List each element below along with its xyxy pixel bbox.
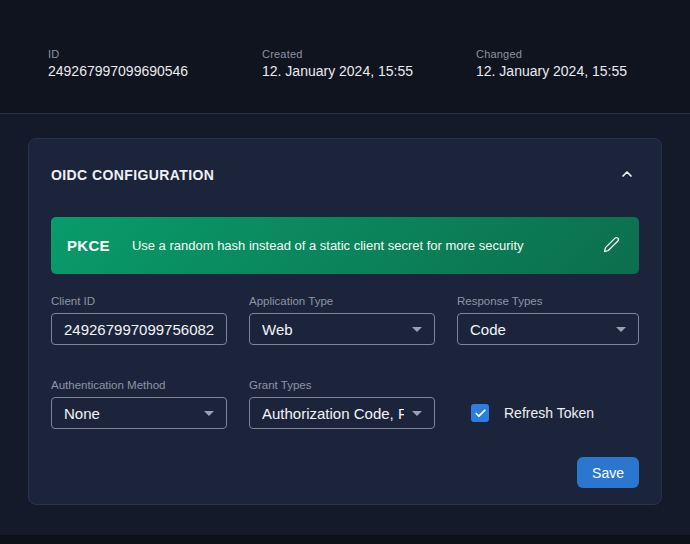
edit-auth-method-button[interactable] [597, 232, 625, 260]
meta-changed: Changed 12. January 2024, 15:55 [476, 48, 690, 79]
application-type-select[interactable]: Web [249, 313, 435, 345]
dropdown-arrow-icon [412, 411, 422, 416]
authentication-method-field-group: Authentication Method None [51, 379, 227, 429]
authentication-method-label: Authentication Method [51, 379, 227, 391]
app-meta-header: ID 249267997099690546 Created 12. Januar… [0, 0, 690, 114]
authentication-method-select[interactable]: None [51, 397, 227, 429]
card-title: OIDC CONFIGURATION [51, 167, 214, 183]
card-header: OIDC CONFIGURATION [51, 163, 639, 187]
dropdown-arrow-icon [616, 327, 626, 332]
refresh-token-field-group: Refresh Token [457, 379, 639, 429]
application-type-field-group: Application Type Web [249, 295, 435, 345]
grant-types-label: Grant Types [249, 379, 435, 391]
app-detail-page: ID 249267997099690546 Created 12. Januar… [0, 0, 690, 544]
response-types-select[interactable]: Code [457, 313, 639, 345]
client-id-label: Client ID [51, 295, 227, 307]
grant-types-value: Authorization Code, Re… [262, 405, 404, 422]
response-types-value: Code [470, 321, 506, 338]
pkce-banner: PKCE Use a random hash instead of a stat… [51, 217, 639, 274]
content-area: OIDC CONFIGURATION PKCE Use a random has… [0, 114, 690, 535]
save-button[interactable]: Save [577, 457, 639, 488]
client-id-field-group: Client ID [51, 295, 227, 345]
meta-id: ID 249267997099690546 [48, 48, 262, 79]
oidc-form: Client ID Application Type Web Response … [51, 295, 639, 429]
oidc-configuration-card: OIDC CONFIGURATION PKCE Use a random has… [28, 138, 662, 505]
dropdown-arrow-icon [204, 411, 214, 416]
refresh-token-checkbox-row[interactable]: Refresh Token [457, 397, 594, 429]
response-types-field-group: Response Types Code [457, 295, 639, 345]
meta-changed-label: Changed [476, 48, 690, 60]
grant-types-select[interactable]: Authorization Code, Re… [249, 397, 435, 429]
checkmark-icon [474, 407, 487, 420]
meta-created-value: 12. January 2024, 15:55 [262, 63, 476, 79]
dropdown-arrow-icon [412, 327, 422, 332]
bottom-section-edge [0, 535, 690, 544]
chevron-up-icon [619, 166, 635, 185]
meta-created: Created 12. January 2024, 15:55 [262, 48, 476, 79]
meta-changed-value: 12. January 2024, 15:55 [476, 63, 690, 79]
meta-id-value: 249267997099690546 [48, 63, 262, 79]
pencil-icon [603, 236, 620, 256]
meta-created-label: Created [262, 48, 476, 60]
application-type-value: Web [262, 321, 293, 338]
card-actions: Save [51, 457, 639, 488]
client-id-input[interactable] [51, 313, 227, 345]
collapse-section-button[interactable] [615, 163, 639, 187]
refresh-token-checkbox[interactable] [471, 404, 489, 422]
authentication-method-value: None [64, 405, 100, 422]
response-types-label: Response Types [457, 295, 639, 307]
meta-id-label: ID [48, 48, 262, 60]
pkce-description: Use a random hash instead of a static cl… [132, 238, 597, 253]
pkce-badge: PKCE [67, 237, 110, 254]
application-type-label: Application Type [249, 295, 435, 307]
refresh-token-label: Refresh Token [504, 405, 594, 421]
grant-types-field-group: Grant Types Authorization Code, Re… [249, 379, 435, 429]
